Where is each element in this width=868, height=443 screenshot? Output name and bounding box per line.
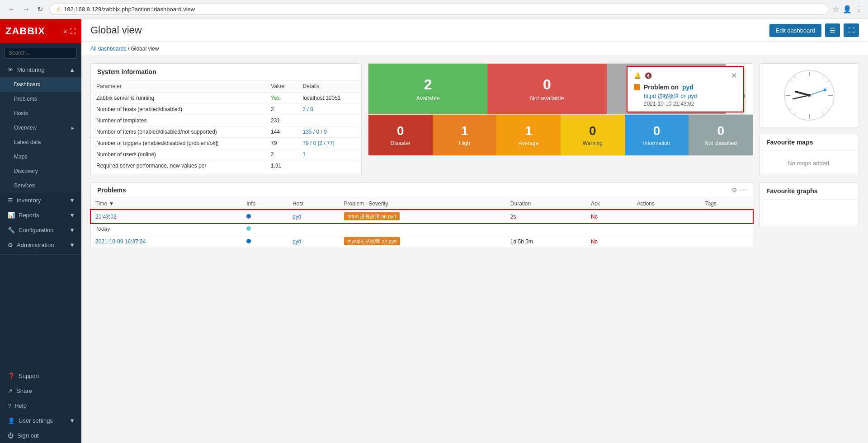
breadcrumb-all-dashboards[interactable]: All dashboards (90, 46, 126, 52)
chevron-down-icon: ▼ (69, 197, 75, 204)
content-grid: System information Parameter Value Detai… (81, 56, 868, 443)
host-available-count: 2 (424, 76, 432, 93)
sysinfo-value-6: 2 (265, 149, 297, 160)
right-col-bottom: Favourite graphs (760, 182, 859, 248)
sidebar-item-signout[interactable]: ⏻ Sign out (0, 428, 81, 443)
right-column: Favourite maps No maps added. (760, 63, 859, 176)
problem-actions-1 (632, 210, 701, 223)
breadcrumb: All dashboards / Global view (81, 42, 868, 56)
notif-host-link[interactable]: pyd (682, 84, 693, 91)
sidebar-item-administration[interactable]: ⚙ Administration ▼ (0, 238, 81, 252)
fav-maps-header: Favourite maps (760, 134, 859, 151)
sidebar-item-discovery[interactable]: Discovery (0, 164, 81, 178)
sysinfo-details-2: 2 / 0 (297, 104, 361, 115)
svg-point-16 (808, 94, 811, 97)
severity-high-label: High (459, 140, 470, 146)
sysinfo-param-3: Number of templates (91, 115, 265, 126)
forward-button[interactable]: → (20, 4, 33, 14)
sidebar-item-support[interactable]: ❓ Support (0, 368, 81, 383)
sysinfo-details-4: 135 / 0 / 9 (297, 126, 361, 138)
logo-text: ZABBIX (5, 25, 45, 37)
sidebar-item-monitoring[interactable]: 👁 Monitoring ▲ (0, 62, 81, 77)
sidebar-item-user-settings[interactable]: 👤 User settings ▼ (0, 413, 81, 428)
problem-info-2 (242, 235, 288, 248)
sidebar-label-support: Support (19, 373, 39, 379)
sysinfo-row-6: Number of users (online) 2 1 (91, 149, 361, 160)
problem-row-2: 2021-10-09 16:37:34 pyd m (91, 235, 753, 248)
time-link-1[interactable]: 21:43:02 (95, 214, 117, 220)
severity-grid: 0 Disaster 1 High 1 Average (368, 115, 753, 155)
today-dot-icon (246, 226, 251, 231)
bell-icon[interactable]: 🔔 (634, 72, 641, 79)
time-link-2[interactable]: 2021-10-09 16:37:34 (95, 238, 146, 245)
notification-popup: 🔔 🔇 ✕ Problem on pyd httpd 进程故障 on pyd (627, 66, 744, 112)
notif-body: httpd 进程故障 on pyd 2021-10-10 21:43:02 (634, 93, 737, 107)
menu-list-button[interactable]: ☰ (825, 23, 840, 37)
sidebar-bottom: ❓ Support ↗ Share ? Help 👤 User settings… (0, 368, 81, 443)
problems-dots-icon[interactable]: ⋯ (740, 187, 746, 194)
notif-close-button[interactable]: ✕ (731, 71, 737, 80)
reload-button[interactable]: ↻ (34, 4, 46, 14)
problems-table-header: Time ▼ Info Host Problem · Severity Dura… (91, 198, 753, 210)
address-bar[interactable]: ⚠ 192.168.8.129/zabbix.php?action=dashbo… (49, 4, 829, 15)
problem-host-2: pyd (288, 235, 340, 248)
severity-average: 1 Average (496, 115, 561, 155)
sysinfo-value-3: 231 (265, 115, 297, 126)
sidebar-item-overview[interactable]: Overview ► (0, 121, 81, 135)
chevron-down-icon4: ▼ (69, 242, 75, 248)
sidebar-label-user-settings: User settings (19, 417, 53, 424)
svg-point-17 (824, 89, 826, 91)
star-icon[interactable]: ☆ (833, 5, 839, 14)
sidebar-item-latest-data[interactable]: Latest data (0, 135, 81, 149)
problem-host-1: pyd (288, 210, 340, 223)
info-dot-2 (246, 239, 251, 243)
fav-maps-body: No maps added. (760, 151, 859, 176)
center-right-wrapper: 2 Available 0 Not available 0 Unknown (368, 63, 753, 176)
sidebar-item-services[interactable]: Services (0, 178, 81, 193)
sysinfo-details-1: localhost:10051 (297, 93, 361, 104)
edit-dashboard-button[interactable]: Edit dashboard (769, 24, 821, 37)
severity-panel: 0 Disaster 1 High 1 Average (368, 114, 753, 156)
sysinfo-value-2: 2 (265, 104, 297, 115)
fullscreen-button[interactable]: ⛶ (844, 23, 859, 37)
severity-information-count: 0 (653, 124, 660, 138)
chevron-down-icon3: ▼ (69, 227, 75, 233)
host-link-2[interactable]: pyd (292, 238, 301, 245)
severity-information-label: Information (643, 140, 670, 146)
expand-icon[interactable]: ⛶ (70, 28, 76, 35)
sidebar-item-maps[interactable]: Maps (0, 149, 81, 164)
col-time[interactable]: Time ▼ (91, 198, 242, 210)
menu-icon[interactable]: ⋮ (855, 5, 863, 14)
sysinfo-table: Parameter Value Details Zabbix server is… (91, 80, 361, 171)
notif-problem-link[interactable]: httpd 进程故障 on pyd (644, 93, 737, 100)
back-button[interactable]: ← (5, 4, 18, 14)
sysinfo-row-5: Number of triggers (enabled/disabled [pr… (91, 138, 361, 149)
severity-information: 0 Information (625, 115, 689, 155)
mute-icon[interactable]: 🔇 (645, 72, 652, 79)
search-input[interactable] (5, 47, 77, 59)
collapse-icon[interactable]: « (63, 28, 67, 35)
today-dot (242, 223, 288, 235)
problem-severity-1: httpd 进程故障 on pyd (340, 210, 506, 223)
sidebar-item-dashboard[interactable]: Dashboard (0, 77, 81, 92)
sidebar-item-help[interactable]: ? Help (0, 398, 81, 413)
share-icon: ↗ (8, 387, 13, 394)
breadcrumb-current: Global view (131, 46, 159, 52)
problems-gear-icon[interactable]: ⚙ (731, 187, 737, 194)
host-not-available-label: Not available (530, 95, 564, 102)
sidebar-item-inventory[interactable]: ☰ Inventory ▼ (0, 193, 81, 208)
severity-high: 1 High (433, 115, 497, 155)
sidebar-item-problems[interactable]: Problems (0, 92, 81, 106)
problem-actions-2 (632, 235, 701, 248)
sidebar-item-configuration[interactable]: 🔧 Configuration ▼ (0, 223, 81, 238)
sidebar-label-signout: Sign out (17, 432, 39, 439)
profile-icon[interactable]: 👤 (843, 5, 852, 14)
chevron-right-icon: ► (71, 126, 75, 131)
sidebar-item-hosts[interactable]: Hosts (0, 106, 81, 121)
sidebar-label-reports: Reports (19, 212, 39, 219)
host-link-1[interactable]: pyd (292, 214, 301, 220)
sidebar-item-share[interactable]: ↗ Share (0, 383, 81, 398)
sidebar-item-reports[interactable]: 📊 Reports ▼ (0, 208, 81, 223)
sysinfo-row-7: Required server performance, new values … (91, 160, 361, 172)
signout-icon: ⏻ (8, 432, 14, 439)
